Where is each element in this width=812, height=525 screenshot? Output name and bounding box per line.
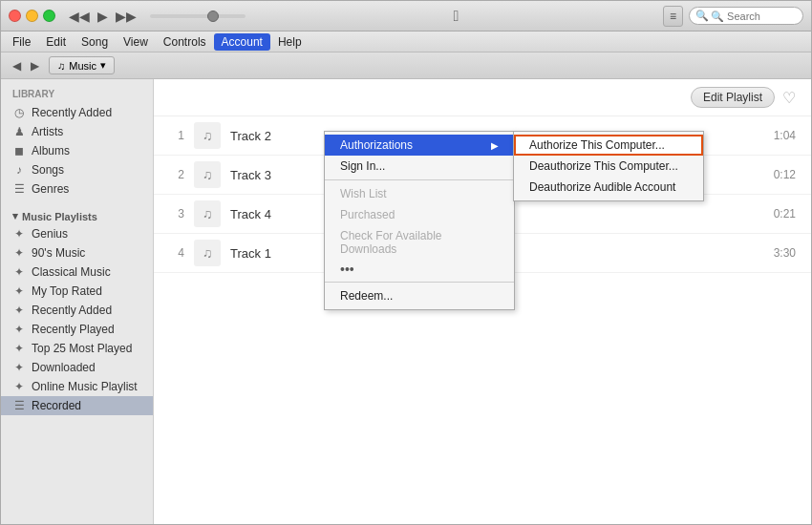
sidebar-item-label: Top 25 Most Played xyxy=(32,342,132,355)
track-number: 1 xyxy=(169,129,184,142)
sidebar-item-label: Downloaded xyxy=(32,361,96,374)
track-name: Track 4 xyxy=(230,207,764,221)
menu-help[interactable]: Help xyxy=(270,33,310,51)
sidebar-item-classical[interactable]: ✦ Classical Music xyxy=(1,262,153,282)
track-duration: 1:04 xyxy=(774,129,796,142)
location-label: Music xyxy=(69,60,96,72)
genres-icon: ☰ xyxy=(12,182,26,196)
90s-icon: ✦ xyxy=(12,246,26,260)
menu-edit[interactable]: Edit xyxy=(38,33,74,51)
maximize-button[interactable] xyxy=(43,10,55,22)
content-header: Edit Playlist ♡ xyxy=(154,79,811,116)
track-row[interactable]: 4 ♫ Track 1 3:30 xyxy=(154,234,811,273)
track-name: Track 3 xyxy=(230,168,764,182)
sidebar-item-label: Classical Music xyxy=(32,265,111,279)
sidebar-item-downloaded[interactable]: ✦ Downloaded xyxy=(1,358,153,377)
library-title: Library xyxy=(1,87,153,103)
downloaded-icon: ✦ xyxy=(12,361,26,374)
sidebar-item-label: My Top Rated xyxy=(32,284,102,298)
sidebar-item-recorded[interactable]: ☰ Recorded xyxy=(1,396,153,415)
location-button[interactable]: ♫ Music ▾ xyxy=(49,56,115,74)
library-section: Library ◷ Recently Added ♟ Artists ◼ Alb… xyxy=(1,87,153,199)
heart-button[interactable]: ♡ xyxy=(782,89,796,107)
navbar: ◀ ▶ ♫ Music ▾ xyxy=(1,52,811,79)
sidebar: Library ◷ Recently Added ♟ Artists ◼ Alb… xyxy=(1,79,154,524)
menu-account[interactable]: Account xyxy=(214,33,270,51)
nav-forward[interactable]: ▶ xyxy=(27,58,43,74)
search-box: 🔍 xyxy=(689,7,803,25)
sidebar-item-label: Genius xyxy=(32,227,68,241)
content-area: Edit Playlist ♡ 1 ♫ Track 2 1:04 2 ♫ Tra… xyxy=(154,79,811,524)
sidebar-item-recently-added-pl[interactable]: ✦ Recently Added xyxy=(1,301,153,320)
main-window: ◀◀ ▶ ▶▶  ≡ 🔍 File Edit Song View Contro… xyxy=(0,0,812,525)
sidebar-item-recently-played[interactable]: ✦ Recently Played xyxy=(1,320,153,339)
minimize-button[interactable] xyxy=(26,10,38,22)
track-name: Track 2 xyxy=(230,129,764,143)
track-icon: ♫ xyxy=(194,200,221,227)
sidebar-item-label: Recorded xyxy=(32,399,81,412)
main-area: Library ◷ Recently Added ♟ Artists ◼ Alb… xyxy=(1,79,811,524)
track-row[interactable]: 2 ♫ Track 3 0:12 xyxy=(154,156,811,195)
search-input[interactable] xyxy=(711,10,797,22)
play-button[interactable]: ▶ xyxy=(96,7,110,26)
list-view-button[interactable]: ≡ xyxy=(663,6,683,27)
sidebar-item-label: 90's Music xyxy=(32,246,85,260)
menu-song[interactable]: Song xyxy=(74,33,116,51)
nav-back[interactable]: ◀ xyxy=(9,58,25,74)
sidebar-item-top-25[interactable]: ✦ Top 25 Most Played xyxy=(1,339,153,358)
menu-file[interactable]: File xyxy=(5,33,38,51)
recently-played-icon: ✦ xyxy=(12,323,26,336)
albums-icon: ◼ xyxy=(12,144,26,158)
sidebar-item-my-top-rated[interactable]: ✦ My Top Rated xyxy=(1,282,153,301)
classical-icon: ✦ xyxy=(12,265,26,279)
track-number: 2 xyxy=(169,168,184,181)
sidebar-item-songs[interactable]: ♪ Songs xyxy=(1,160,153,179)
playlists-arrow-icon: ▾ xyxy=(12,210,18,222)
track-icon: ♫ xyxy=(194,122,221,149)
menu-controls[interactable]: Controls xyxy=(156,33,214,51)
sidebar-item-online-music[interactable]: ✦ Online Music Playlist xyxy=(1,377,153,396)
sidebar-item-label: Genres xyxy=(32,182,69,196)
top-25-icon: ✦ xyxy=(12,342,26,355)
track-number: 4 xyxy=(169,246,184,260)
track-row[interactable]: 1 ♫ Track 2 1:04 xyxy=(154,116,811,156)
progress-thumb xyxy=(207,10,219,22)
sidebar-item-albums[interactable]: ◼ Albums xyxy=(1,141,153,160)
search-icon: 🔍 xyxy=(695,10,709,22)
playlists-header[interactable]: ▾ Music Playlists xyxy=(1,206,153,224)
edit-playlist-button[interactable]: Edit Playlist xyxy=(691,87,775,108)
sidebar-item-genres[interactable]: ☰ Genres xyxy=(1,179,153,199)
songs-icon: ♪ xyxy=(12,163,26,177)
progress-bar[interactable] xyxy=(150,14,246,18)
track-number: 3 xyxy=(169,207,184,220)
rewind-button[interactable]: ◀◀ xyxy=(67,7,92,26)
recorded-icon: ☰ xyxy=(12,399,26,412)
apple-logo:  xyxy=(257,8,655,25)
recently-added-pl-icon: ✦ xyxy=(12,304,26,317)
sidebar-item-genius[interactable]: ✦ Genius xyxy=(1,224,153,243)
track-name: Track 1 xyxy=(230,246,764,261)
sidebar-item-label: Artists xyxy=(32,125,63,138)
track-row[interactable]: 3 ♫ Track 4 0:21 xyxy=(154,195,811,234)
sidebar-item-artists[interactable]: ♟ Artists xyxy=(1,122,153,141)
menubar: File Edit Song View Controls Account Hel… xyxy=(1,32,811,52)
track-list: 1 ♫ Track 2 1:04 2 ♫ Track 3 0:12 3 ♫ Tr… xyxy=(154,116,811,524)
my-top-rated-icon: ✦ xyxy=(12,284,26,298)
playlists-title: Music Playlists xyxy=(22,211,97,222)
online-music-icon: ✦ xyxy=(12,380,26,393)
nav-arrows: ◀ ▶ xyxy=(9,58,43,74)
track-icon: ♫ xyxy=(194,240,221,266)
playlists-section: ▾ Music Playlists ✦ Genius ✦ 90's Music … xyxy=(1,206,153,415)
sidebar-item-recently-added[interactable]: ◷ Recently Added xyxy=(1,103,153,122)
sidebar-item-label: Albums xyxy=(32,144,70,158)
genius-icon: ✦ xyxy=(12,227,26,241)
fast-forward-button[interactable]: ▶▶ xyxy=(114,7,139,26)
sidebar-item-90s-music[interactable]: ✦ 90's Music xyxy=(1,243,153,262)
artists-icon: ♟ xyxy=(12,125,26,138)
dropdown-arrow-icon: ▾ xyxy=(100,59,106,72)
menu-view[interactable]: View xyxy=(116,33,156,51)
music-icon: ♫ xyxy=(57,60,65,72)
close-button[interactable] xyxy=(9,10,21,22)
right-controls: ≡ 🔍 xyxy=(663,6,803,27)
titlebar: ◀◀ ▶ ▶▶  ≡ 🔍 xyxy=(1,1,811,32)
